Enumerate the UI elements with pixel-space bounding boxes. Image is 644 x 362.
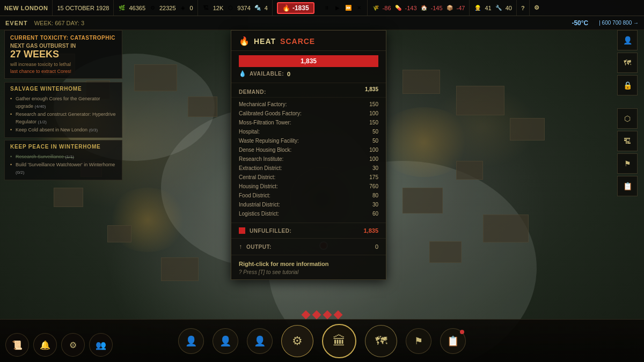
demand-label: DEMAND:	[239, 89, 266, 95]
toxicity-desc: will increase toxicity to lethal	[10, 62, 116, 67]
material-value: 22325	[159, 5, 176, 11]
right-bottom-1-icon[interactable]: ⚑	[406, 328, 431, 354]
salvage-title: SALVAGE WINTERHOME	[10, 86, 116, 92]
quest-salvage: SALVAGE WINTERHOME Gather enough Cores f…	[4, 82, 122, 138]
unfulfilled-label: UNFULFILLED:	[250, 228, 291, 234]
play-icon[interactable]: ▶	[334, 4, 341, 12]
generator-icon[interactable]: ⚙	[281, 325, 313, 357]
map-bottom-wrap: 🗺	[365, 325, 397, 357]
popup-footer: Right-click for more information ? Press…	[231, 255, 386, 279]
worker-icon: 👷	[474, 4, 481, 12]
quest-item-completed: Research Surveillance (1/1)	[10, 153, 116, 161]
right-btn-2[interactable]: 🏗	[617, 131, 638, 151]
tutorial-hint: ? Press [T] to see tutorial	[239, 269, 378, 275]
character-1-icon[interactable]: 👤	[178, 328, 204, 354]
quest-text: Keep Cold absent in New London	[16, 127, 87, 132]
quest-text: Research and construct Generator: Hyperd…	[16, 112, 116, 124]
quest-progress: (1/1)	[65, 154, 74, 159]
cores-icon: ◈	[179, 4, 187, 12]
close-icon[interactable]: ✕	[355, 4, 363, 12]
steel-icon: ⬡	[226, 4, 234, 12]
unfulfilled-row: UNFULFILLED: 1,835	[231, 223, 386, 239]
demand-row: Housing District:760	[239, 182, 378, 191]
engineer-icon: 🔧	[495, 4, 502, 12]
material-icon: ⚙	[149, 4, 156, 12]
character-2-wrap: 👤	[213, 328, 238, 354]
top-bar: NEW LONDON 15 OCTOBER 1928 🌿 46365 ⚙ 223…	[0, 0, 644, 16]
demand-row: Central District:175	[239, 173, 378, 182]
available-value: 0	[287, 71, 290, 77]
demand-total: 1,835	[365, 86, 378, 92]
shelter-value: -145	[431, 5, 443, 11]
right-bottom-2-wrap: 📋	[440, 328, 466, 354]
toxicity-title: CURRENT TOXICITY: CATASTROPHIC	[10, 35, 116, 41]
right-btn-1[interactable]: ⬡	[617, 108, 638, 129]
quest-peace: KEEP PEACE IN WINTERHOME Research Survei…	[4, 140, 122, 180]
logistics-icon: 📦	[446, 4, 453, 12]
quest-item: Keep Cold absent in New London (0/3)	[10, 126, 116, 134]
cores-value: 0	[190, 5, 193, 11]
week-day-label: WEEK: 667 DAY: 3	[34, 20, 84, 26]
right-btn-lock[interactable]: 🔒	[617, 75, 638, 95]
event-label: EVENT	[5, 20, 28, 26]
controls-mid: ⏸ ▶ ⏩ ✕	[319, 0, 368, 16]
quest-progress: (4/40)	[35, 104, 46, 109]
character-2-icon[interactable]: 👤	[213, 328, 238, 354]
shelter-icon: 🏠	[420, 4, 428, 12]
bl-btn-1[interactable]: 📜	[5, 333, 29, 357]
settings-icon[interactable]: ⚙	[534, 4, 540, 11]
output-row: ↑ OUTPUT: 0	[231, 239, 386, 255]
right-btn-map[interactable]: 🗺	[617, 53, 638, 73]
food-r-icon: 🌾	[372, 4, 379, 12]
resources-right: 🌾 -86 💊 -143 🏠 -145 📦 -47	[368, 0, 470, 16]
settings-section[interactable]: ⚙	[530, 0, 544, 16]
bottom-left-panel: 📜 🔔 ⚙ 👥	[5, 333, 113, 357]
right-btn-avatar[interactable]: 👤	[617, 30, 638, 50]
left-panel: CURRENT TOXICITY: CATASTROPHIC NEXT GAS …	[4, 30, 122, 182]
parts-value: 4	[265, 5, 268, 11]
popup-heat-label: HEAT	[254, 37, 276, 46]
pause-icon[interactable]: ⏸	[323, 4, 331, 12]
right-btn-4[interactable]: 📋	[617, 176, 638, 196]
health-value: -143	[405, 5, 417, 11]
heat-value: -1835	[292, 4, 309, 12]
stockpile-value: 46365	[129, 5, 145, 11]
quest-item: Build 'Surveillance Watchtower' in Winte…	[10, 161, 116, 176]
output-value: 0	[375, 243, 378, 250]
quest-progress: (0/3)	[89, 128, 98, 132]
heat-indicator[interactable]: 🔥 -1835	[277, 2, 314, 14]
available-row: 💧 AVAILABLE: 0	[239, 69, 378, 78]
help-icon[interactable]: ?	[521, 5, 525, 11]
date-info: 15 OCTOBER 1928	[53, 0, 114, 16]
quest-text: Build 'Surveillance Watchtower' in Winte…	[16, 162, 115, 167]
engineer-value: 40	[506, 5, 512, 11]
demand-row: Calibrated Goods Factory:100	[239, 109, 378, 118]
fast-icon[interactable]: ⏩	[345, 4, 352, 12]
quest-text: Gather enough Cores for the Generator up…	[16, 96, 100, 109]
quest-text: Research Surveillance	[16, 154, 64, 159]
demand-row: Dense Housing Block:100	[239, 145, 378, 154]
heat-flame-icon: 🔥	[282, 4, 290, 12]
heat-popup: 🔥 HEAT SCARCE 1,835 💧 AVAILABLE: 0 DEMAN…	[231, 30, 386, 280]
prefabs-value: 12K	[213, 5, 224, 11]
demand-row: Mechanical Factory:150	[239, 100, 378, 109]
right-btn-3[interactable]: ⚑	[617, 153, 638, 174]
diamond-4	[334, 311, 343, 320]
workforce-section: 👷 41 🔧 40	[470, 0, 517, 16]
unfulfilled-value: 1,835	[363, 227, 378, 234]
demand-row: Moss-Filtration Tower:150	[239, 118, 378, 127]
character-3-icon[interactable]: 👤	[247, 328, 273, 354]
map-bottom-icon[interactable]: 🗺	[365, 325, 397, 357]
notification-dot	[460, 330, 464, 334]
right-bottom-2-icon[interactable]: 📋	[440, 328, 466, 354]
city-name: NEW LONDON	[4, 5, 48, 11]
stockpile-icon: 🌿	[118, 4, 126, 12]
bl-btn-3[interactable]: ⚙	[61, 333, 85, 357]
available-label: AVAILABLE:	[250, 71, 284, 77]
demand-bar-container: 1,835 💧 AVAILABLE: 0	[231, 51, 386, 83]
bl-btn-4[interactable]: 👥	[89, 333, 113, 357]
bl-btn-2[interactable]: 🔔	[33, 333, 57, 357]
parts-icon: 🔩	[254, 4, 261, 12]
hub-icon[interactable]: 🏛	[322, 324, 356, 358]
help-section[interactable]: ?	[517, 0, 530, 16]
